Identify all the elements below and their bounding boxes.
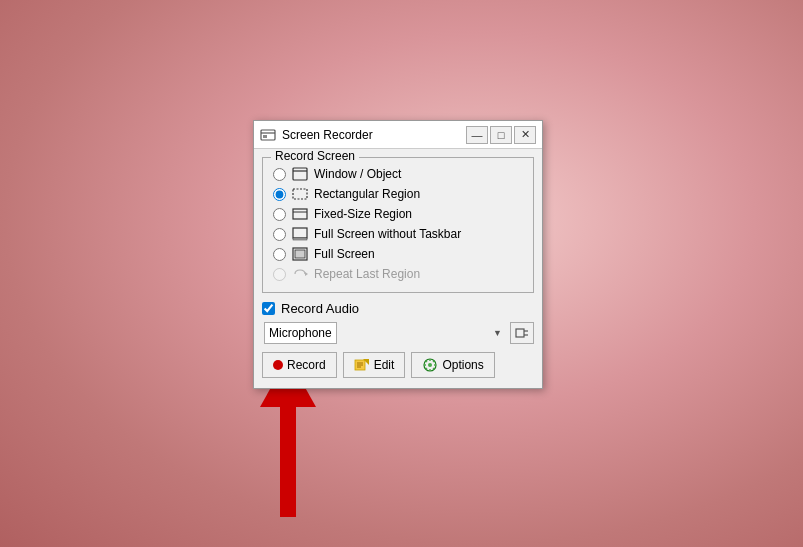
fullscreen-no-taskbar-icon — [292, 226, 308, 242]
edit-label: Edit — [374, 358, 395, 372]
svg-line-32 — [426, 368, 428, 370]
option-repeat-last: Repeat Last Region — [273, 266, 523, 282]
mic-settings-icon — [515, 326, 529, 340]
fullscreen-icon — [292, 246, 308, 262]
radio-rectangular-region[interactable] — [273, 188, 286, 201]
radio-fullscreen[interactable] — [273, 248, 286, 261]
svg-rect-7 — [293, 189, 307, 199]
edit-button[interactable]: Edit — [343, 352, 406, 378]
action-buttons-row: Record Edit — [262, 352, 534, 380]
label-window-object: Window / Object — [314, 167, 401, 181]
record-label: Record — [287, 358, 326, 372]
screen-recorder-dialog: Screen Recorder — □ ✕ Record Screen Wind… — [253, 120, 543, 389]
microphone-select-wrapper: Microphone Default Stereo Mix — [264, 322, 506, 344]
option-window-object: Window / Object — [273, 166, 523, 182]
app-icon — [260, 127, 276, 143]
svg-line-30 — [433, 368, 435, 370]
radio-fixed-size[interactable] — [273, 208, 286, 221]
rectangular-region-icon — [292, 186, 308, 202]
microphone-row: Microphone Default Stereo Mix — [262, 322, 534, 344]
options-label: Options — [442, 358, 483, 372]
svg-rect-13 — [295, 250, 305, 258]
option-rectangular-region: Rectangular Region — [273, 186, 523, 202]
svg-marker-14 — [305, 272, 308, 276]
title-bar: Screen Recorder — □ ✕ — [254, 121, 542, 149]
radio-repeat-last — [273, 268, 286, 281]
fixed-size-icon — [292, 206, 308, 222]
options-icon — [422, 357, 438, 373]
svg-rect-8 — [293, 209, 307, 219]
svg-rect-4 — [263, 135, 267, 138]
svg-rect-0 — [280, 397, 296, 517]
svg-rect-15 — [516, 329, 524, 337]
svg-line-29 — [426, 361, 428, 363]
label-fixed-size: Fixed-Size Region — [314, 207, 412, 221]
radio-window-object[interactable] — [273, 168, 286, 181]
record-audio-label: Record Audio — [281, 301, 359, 316]
dialog-content: Record Screen Window / Object — [254, 149, 542, 388]
microphone-settings-button[interactable] — [510, 322, 534, 344]
dialog-title: Screen Recorder — [282, 128, 460, 142]
record-audio-row: Record Audio — [262, 301, 534, 316]
radio-fullscreen-no-taskbar[interactable] — [273, 228, 286, 241]
minimize-button[interactable]: — — [466, 126, 488, 144]
repeat-last-icon — [292, 266, 308, 282]
close-button[interactable]: ✕ — [514, 126, 536, 144]
option-fixed-size: Fixed-Size Region — [273, 206, 523, 222]
window-controls: — □ ✕ — [466, 126, 536, 144]
svg-line-31 — [433, 361, 435, 363]
svg-rect-10 — [293, 228, 307, 238]
maximize-button[interactable]: □ — [490, 126, 512, 144]
option-fullscreen-no-taskbar: Full Screen without Taskbar — [273, 226, 523, 242]
svg-rect-11 — [293, 238, 307, 240]
svg-rect-5 — [293, 168, 307, 180]
options-button[interactable]: Options — [411, 352, 494, 378]
edit-icon — [354, 357, 370, 373]
record-screen-group: Record Screen Window / Object — [262, 157, 534, 293]
record-dot-icon — [273, 360, 283, 370]
svg-point-24 — [428, 363, 432, 367]
label-fullscreen: Full Screen — [314, 247, 375, 261]
window-object-icon — [292, 166, 308, 182]
record-button[interactable]: Record — [262, 352, 337, 378]
record-screen-label: Record Screen — [271, 149, 359, 163]
option-fullscreen: Full Screen — [273, 246, 523, 262]
label-fullscreen-no-taskbar: Full Screen without Taskbar — [314, 227, 461, 241]
label-rectangular-region: Rectangular Region — [314, 187, 420, 201]
label-repeat-last: Repeat Last Region — [314, 267, 420, 281]
microphone-select[interactable]: Microphone Default Stereo Mix — [264, 322, 337, 344]
record-audio-checkbox[interactable] — [262, 302, 275, 315]
